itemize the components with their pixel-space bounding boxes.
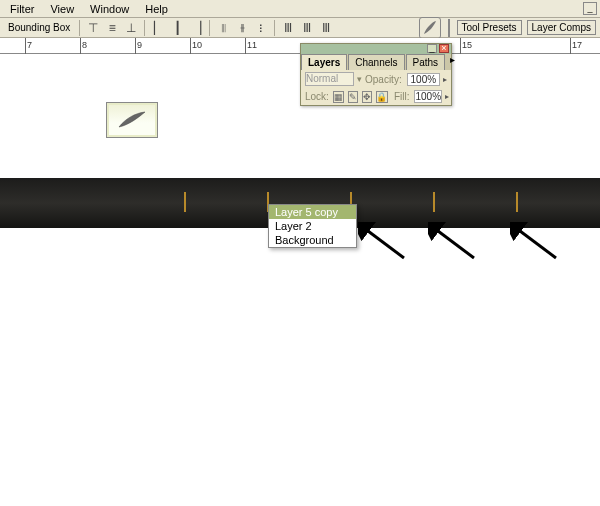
distribute-vcenter-icon[interactable]: ⫵	[234, 20, 250, 36]
layers-panel-tabs: Layers Channels Paths ▸	[301, 54, 451, 70]
lock-position-icon[interactable]: ✥	[362, 91, 372, 103]
distribute-hcenter-icon[interactable]: Ⅲ	[299, 20, 315, 36]
align-top-icon[interactable]: ⊤	[85, 20, 101, 36]
align-right-icon[interactable]: ▕	[188, 20, 204, 36]
distribute-right-icon[interactable]: Ⅲ	[318, 20, 334, 36]
layer-context-menu: Layer 5 copy Layer 2 Background	[268, 204, 357, 248]
lock-transparency-icon[interactable]: ▦	[333, 91, 344, 103]
distribute-icons-group-2: Ⅲ Ⅲ Ⅲ	[280, 20, 334, 36]
layers-panel-titlebar[interactable]: _ ×	[301, 44, 451, 54]
opacity-label: Opacity:	[365, 74, 402, 85]
context-menu-item[interactable]: Layer 5 copy	[269, 205, 356, 219]
tab-layers[interactable]: Layers	[301, 54, 347, 70]
lock-fill-row: Lock: ▦ ✎ ✥ 🔒 Fill: 100% ▸	[301, 88, 451, 105]
feather-icon	[117, 111, 147, 129]
minimize-button[interactable]: _	[583, 2, 597, 15]
ruler-label: 9	[137, 40, 142, 50]
menu-filter[interactable]: Filter	[2, 1, 42, 17]
menu-help[interactable]: Help	[137, 1, 176, 17]
toolbar-separator	[209, 20, 210, 36]
ruler-label: 10	[192, 40, 202, 50]
distribute-icons-group: ⫴ ⫵ ⫶	[215, 20, 269, 36]
context-menu-item[interactable]: Layer 2	[269, 219, 356, 233]
annotation-arrow	[510, 222, 558, 262]
blend-mode-select[interactable]: Normal	[305, 72, 354, 86]
panel-close-icon[interactable]: ×	[439, 44, 449, 53]
fill-label: Fill:	[394, 91, 410, 102]
toolbar-separator	[448, 19, 450, 37]
lock-pixels-icon[interactable]: ✎	[348, 91, 358, 103]
align-icons-group-1: ⊤ ≡ ⊥	[85, 20, 139, 36]
menu-window[interactable]: Window	[82, 1, 137, 17]
svg-line-1	[434, 228, 474, 258]
bounding-box-label: Bounding Box	[4, 22, 74, 33]
distribute-left-icon[interactable]: Ⅲ	[280, 20, 296, 36]
ruler-label: 7	[27, 40, 32, 50]
svg-line-0	[364, 228, 404, 258]
panel-menu-icon[interactable]: ▸	[446, 54, 459, 70]
lock-label: Lock:	[305, 91, 329, 102]
layer-comps-button[interactable]: Layer Comps	[527, 20, 596, 35]
annotation-arrow	[428, 222, 476, 262]
lock-all-icon[interactable]: 🔒	[376, 91, 388, 103]
context-menu-item[interactable]: Background	[269, 233, 356, 247]
tool-presets-button[interactable]: Tool Presets	[457, 20, 522, 35]
canvas[interactable]: _ × Layers Channels Paths ▸ Normal ▾ Opa…	[0, 54, 600, 494]
options-bar: Bounding Box ⊤ ≡ ⊥ ▏ ┃ ▕ ⫴ ⫵ ⫶ Ⅲ Ⅲ Ⅲ Too…	[0, 18, 600, 38]
toolbar-separator	[79, 20, 80, 36]
align-left-icon[interactable]: ▏	[150, 20, 166, 36]
align-hcenter-icon[interactable]: ┃	[169, 20, 185, 36]
gold-separator	[184, 192, 186, 212]
menubar: Filter View Window Help _	[0, 0, 600, 18]
tab-paths[interactable]: Paths	[406, 54, 446, 70]
annotation-arrow	[358, 222, 406, 262]
distribute-bottom-icon[interactable]: ⫶	[253, 20, 269, 36]
ruler-label: 15	[462, 40, 472, 50]
gold-separator	[516, 192, 518, 212]
right-toolbar: Tool Presets Layer Comps	[419, 17, 597, 39]
menu-view[interactable]: View	[42, 1, 82, 17]
toolbar-separator	[274, 20, 275, 36]
panel-minimize-icon[interactable]: _	[427, 44, 437, 53]
align-vcenter-icon[interactable]: ≡	[104, 20, 120, 36]
toolbar-separator	[144, 20, 145, 36]
tab-channels[interactable]: Channels	[348, 54, 404, 70]
blend-opacity-row: Normal ▾ Opacity: 100% ▸	[301, 70, 451, 88]
ruler-label: 8	[82, 40, 87, 50]
fill-field[interactable]: 100%	[414, 90, 442, 103]
brush-preview-icon[interactable]	[419, 17, 441, 39]
svg-line-2	[516, 228, 556, 258]
ruler-label: 11	[247, 40, 257, 50]
ruler-label: 17	[572, 40, 582, 50]
align-icons-group-2: ▏ ┃ ▕	[150, 20, 204, 36]
canvas-thumbnail	[106, 102, 158, 138]
distribute-top-icon[interactable]: ⫴	[215, 20, 231, 36]
layers-panel[interactable]: _ × Layers Channels Paths ▸ Normal ▾ Opa…	[300, 43, 452, 106]
gold-separator	[433, 192, 435, 212]
opacity-field[interactable]: 100%	[407, 73, 440, 86]
align-bottom-icon[interactable]: ⊥	[123, 20, 139, 36]
